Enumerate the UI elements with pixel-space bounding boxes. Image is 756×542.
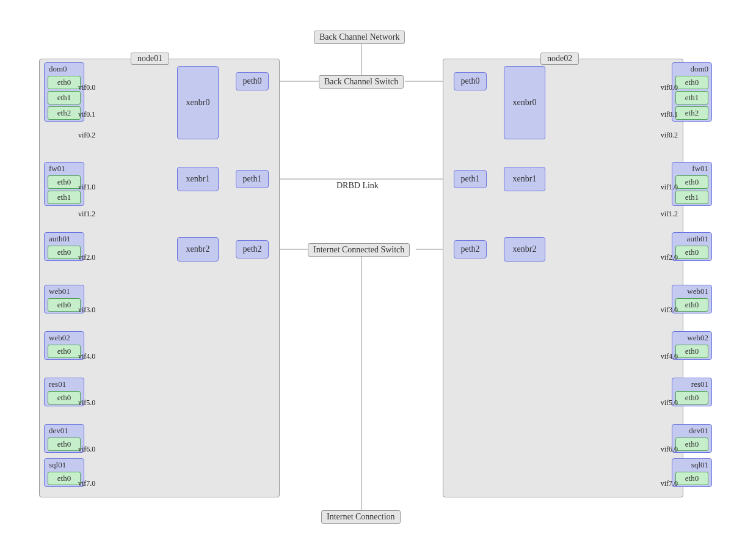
nic: eth0 [675,76,708,89]
peth1-r: peth1 [454,170,487,188]
peth1: peth1 [236,170,269,188]
nic: eth1 [48,91,81,104]
peth0-r: peth0 [454,72,487,90]
node02-title: node02 [540,53,579,65]
vif-label: vif0.2 [78,131,95,140]
nic: eth1 [48,191,81,204]
peth2-r: peth2 [454,240,487,258]
vif-label: vif2.0 [78,253,95,262]
nic: eth0 [675,175,708,189]
nic: eth0 [48,246,81,259]
nic: eth1 [675,91,708,104]
vif-label: vif0.1 [661,110,678,119]
internet-connection: Internet Connection [321,510,401,524]
vif-label: vif0.0 [78,83,95,92]
vif-label: vif6.0 [661,445,678,454]
vif-label: vif1.2 [78,210,95,219]
internet-switch: Internet Connected Switch [308,243,410,257]
nic: eth1 [675,191,708,204]
xenbr2: xenbr2 [177,237,219,262]
back-channel-switch: Back Channel Switch [319,75,404,89]
vif-label: vif4.0 [78,352,95,361]
back-channel-network: Back Channel Network [314,31,405,44]
nic: eth0 [675,391,708,405]
vif-label: vif7.0 [78,479,95,488]
nic: eth0 [48,76,81,89]
vif-label: vif4.0 [661,352,678,361]
vif-label: vif1.2 [661,210,678,219]
peth2: peth2 [236,240,269,258]
vif-label: vif0.2 [661,131,678,140]
nic: eth2 [675,106,708,120]
nic: eth0 [48,175,81,189]
node01-title: node01 [131,53,169,65]
xenbr1-r: xenbr1 [504,167,545,191]
vif-label: vif3.0 [78,306,95,315]
vif-label: vif1.0 [661,183,678,192]
vif-label: vif1.0 [78,183,95,192]
vif-label: vif7.0 [661,479,678,488]
vif-label: vif2.0 [661,253,678,262]
nic: eth0 [48,391,81,405]
nic: eth0 [675,246,708,259]
nic: eth2 [48,106,81,120]
nic: eth0 [48,472,81,485]
vif-label: vif0.1 [78,110,95,119]
nic: eth0 [675,472,708,485]
nic: eth0 [675,438,708,451]
vif-label: vif5.0 [661,398,678,408]
drbd-link-label: DRBD Link [336,181,379,191]
nic: eth0 [675,345,708,358]
nic: eth0 [675,298,708,312]
xenbr1: xenbr1 [177,167,219,191]
vif-label: vif5.0 [78,398,95,408]
vif-label: vif6.0 [78,445,95,454]
nic: eth0 [48,298,81,312]
nic: eth0 [48,438,81,451]
peth0: peth0 [236,72,269,90]
xenbr0-r: xenbr0 [504,66,545,139]
nic: eth0 [48,345,81,358]
vif-label: vif3.0 [661,306,678,315]
xenbr0: xenbr0 [177,66,219,139]
xenbr2-r: xenbr2 [504,237,545,262]
vif-label: vif0.0 [661,83,678,92]
node02-container [443,59,683,497]
